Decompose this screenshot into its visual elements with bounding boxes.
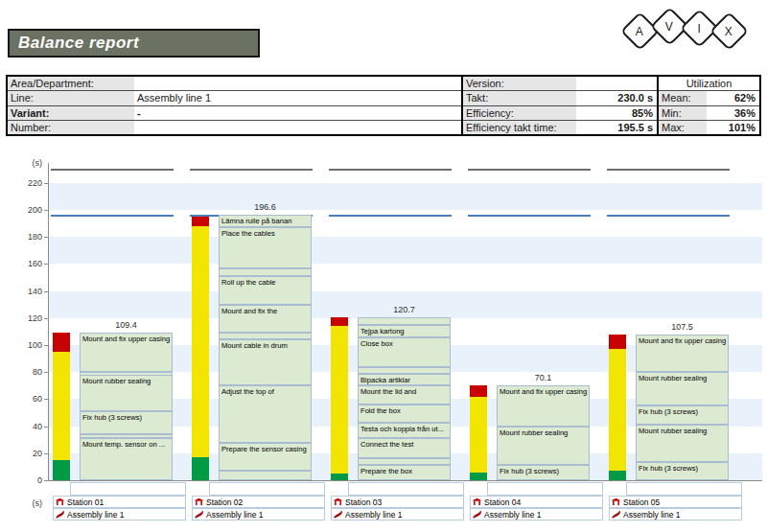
efficiency-takt-line [468, 215, 591, 217]
station-footer-strip [70, 482, 186, 496]
assembly-line-icon [56, 510, 64, 519]
y-tick-mark [44, 345, 48, 346]
field-label: Efficiency takt time: [463, 121, 576, 134]
y-tick-mark [44, 237, 48, 238]
task-block [358, 317, 451, 325]
takt-line [607, 169, 730, 171]
task-block: Fold the box [358, 405, 451, 423]
balance-chart: 020406080100120140160180200220(s)(s)Moun… [0, 155, 767, 532]
station-icon [334, 497, 342, 506]
bar-segment-yellow [609, 349, 626, 471]
field-value [134, 77, 461, 90]
efficiency-takt-line [51, 215, 174, 217]
field-label: Number: [8, 121, 134, 134]
station-line-label: Assembly line 1 [67, 510, 125, 520]
header-row-line: Line: Assembly line 1 [8, 90, 461, 104]
station-total-label: 196.6 [209, 202, 321, 212]
station-total-label: 120.7 [348, 305, 460, 314]
y-tick-label: 40 [17, 422, 42, 431]
x-axis-unit-bottom: (s) [17, 498, 42, 508]
utilization-row-mean: Mean: 62% [659, 90, 759, 104]
field-value: 62% [707, 91, 759, 104]
task-block: Close box [358, 337, 451, 366]
bar-segment-green [192, 457, 209, 480]
takt-line [190, 169, 313, 171]
y-tick-label: 200 [17, 205, 42, 215]
field-value [576, 77, 657, 90]
station-footer-strip [626, 482, 742, 496]
y-tick-mark [44, 372, 48, 373]
station-name-label: Station 03 [345, 497, 382, 507]
task-block [219, 333, 312, 339]
station-total-label: 109.4 [70, 320, 182, 330]
y-tick-label: 60 [17, 394, 42, 404]
task-block: Fix hub (3 screws) [80, 411, 173, 434]
task-block: Mount and fix the [219, 305, 312, 334]
station-line-cell: Assembly line 1 [609, 508, 742, 520]
station-name-cell: Station 05 [609, 496, 742, 508]
station-name-cell: Station 04 [470, 496, 603, 508]
task-block: Fix hub (3 screws) [636, 405, 729, 425]
utilization-header-row: Utilization [659, 77, 759, 90]
y-tick-label: 220 [17, 178, 42, 188]
task-block: Prepare the box [358, 465, 451, 480]
page-title: Balance report [8, 29, 260, 58]
y-tick-mark [44, 480, 48, 481]
task-block: Mount rubber sealing [636, 425, 729, 462]
y-tick-label: 180 [17, 232, 42, 242]
station-footer-strip [209, 482, 325, 496]
station-line-cell: Assembly line 1 [192, 508, 325, 520]
y-tick-mark [44, 291, 48, 292]
task-block: Mount rubber sealing [80, 375, 173, 411]
y-tick-label: 20 [17, 449, 42, 458]
bar-segment-red [609, 335, 626, 349]
bar-segment-yellow [53, 352, 70, 460]
field-label: Variant: [8, 106, 134, 120]
logo-diamond-x-icon: X [709, 12, 749, 51]
field-label: Mean: [659, 91, 707, 104]
utilization-row-max: Max: 101% [659, 120, 759, 134]
bar-segment-green [470, 473, 487, 480]
y-tick-label: 0 [17, 475, 42, 485]
task-block: Tejpa kartong [358, 325, 451, 337]
station-line-label: Assembly line 1 [206, 510, 264, 520]
task-block: Prepare the sensor casing [219, 443, 312, 472]
assembly-line-icon [334, 510, 342, 519]
task-block: Place the cables [219, 227, 312, 267]
assembly-line-icon [195, 510, 203, 519]
y-tick-label: 80 [17, 367, 42, 377]
station-footer-strip [487, 482, 603, 496]
task-block: Fix hub (3 screws) [636, 462, 729, 480]
bar-segment-yellow [192, 226, 209, 457]
station-name-cell: Station 02 [192, 496, 325, 508]
bar-segment-green [331, 474, 348, 480]
station-footer-strip [348, 482, 464, 496]
field-label: Area/Department: [8, 77, 134, 90]
station-line-cell: Assembly line 1 [470, 508, 603, 520]
station-line-cell: Assembly line 1 [331, 508, 464, 520]
station-line-label: Assembly line 1 [484, 510, 542, 520]
task-block [219, 471, 312, 480]
y-tick-mark [44, 183, 48, 184]
y-tick-mark [44, 453, 48, 454]
task-block: Mount temp. sensor on ... [80, 438, 173, 480]
station-name-cell: Station 03 [331, 496, 464, 508]
station-name-label: Station 05 [623, 497, 660, 507]
grid-band [48, 183, 762, 210]
field-value: Assembly line 1 [134, 91, 461, 104]
takt-line [51, 169, 174, 171]
task-block: Roll up the cable [219, 276, 312, 305]
y-tick-mark [44, 318, 48, 319]
task-block: Testa och koppla från ut... [358, 423, 451, 438]
task-block: Adjust the top of [219, 385, 312, 442]
station-line-label: Assembly line 1 [345, 510, 403, 520]
station-total-label: 107.5 [626, 322, 738, 332]
field-label: Takt: [463, 91, 576, 104]
takt-line [468, 169, 591, 171]
logo-diamond-a-icon: A [620, 12, 660, 51]
header-row-efficiency: Efficiency: 85% [463, 105, 657, 120]
bar-segment-yellow [470, 397, 487, 472]
task-block: Mount and fix upper casing [497, 385, 590, 426]
bar-segment-green [609, 471, 626, 480]
station-icon [612, 497, 620, 506]
